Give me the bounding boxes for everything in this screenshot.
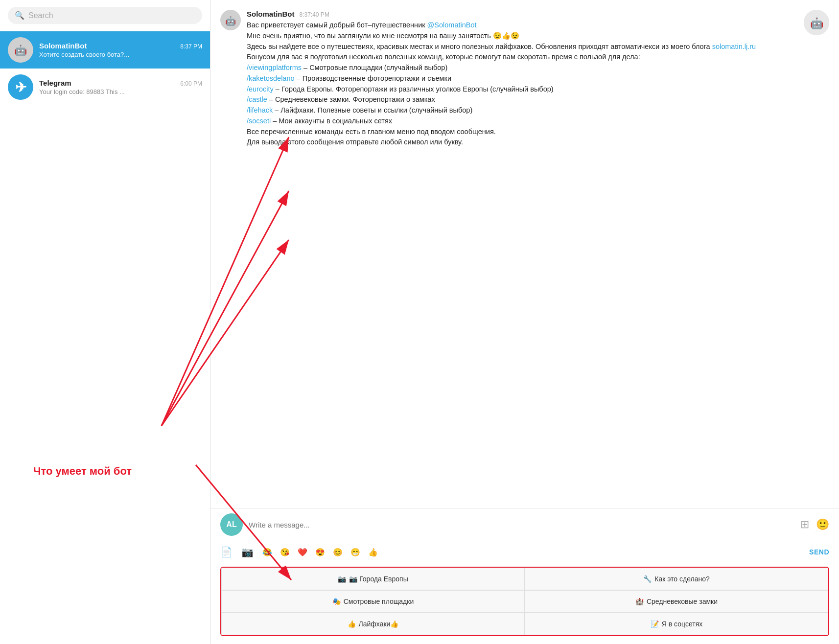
message-time: 8:37:40 PM (300, 11, 329, 18)
chat-time-telegram: 6:00 PM (180, 80, 202, 87)
avatar-solomatinbot: 🤖 (8, 37, 33, 63)
cmd-eurocity: /eurocity (247, 85, 274, 93)
kbd-icon-0: 📷 (338, 575, 346, 583)
user-avatar: AL (220, 513, 243, 536)
keyboard-icon[interactable]: ⊞ (800, 518, 809, 531)
message-row-bot: 🤖 SolomatinBot 8:37:40 PM Вас приветству… (220, 10, 829, 148)
chat-list: 🤖 SolomatinBot 8:37 PM Хотите создать св… (0, 31, 210, 644)
keyboard-btn-3[interactable]: 🏰 Средневековые замки (525, 590, 828, 613)
chat-preview-telegram: Your login code: 89883 This ... (39, 88, 202, 95)
camera-icon[interactable]: 📷 (241, 546, 254, 558)
search-icon: 🔍 (15, 11, 24, 20)
kbd-icon-1: 🔧 (643, 575, 652, 583)
search-bar: 🔍 Search (0, 0, 210, 31)
kbd-label-2: Смотровые площадки (344, 598, 414, 605)
search-input-label: Search (28, 11, 53, 20)
chat-name-solomatinbot: SolomatinBot (39, 42, 87, 50)
svg-text:🤖: 🤖 (14, 44, 27, 57)
send-button[interactable]: SEND (809, 548, 829, 556)
search-input-wrap[interactable]: 🔍 Search (8, 7, 202, 24)
kbd-label-5: Я в соцсетях (662, 620, 702, 628)
kbd-icon-4: 👍 (348, 620, 356, 628)
sidebar: 🔍 Search 🤖 SolomatinBot 8:37 PM Хотите с… (0, 0, 210, 644)
keyboard-btn-5[interactable]: 📝 Я в соцсетях (525, 613, 828, 635)
kbd-icon-3: 🏰 (635, 598, 644, 605)
svg-text:🤖: 🤖 (810, 17, 824, 30)
emoji-list: 😂 😘 ❤️ 😍 😊 😁 👍 (262, 548, 378, 557)
message-sender-name: SolomatinBot (247, 10, 295, 18)
keyboard-btn-0[interactable]: 📷 📷 Города Европы (221, 568, 525, 590)
cmd-viewingplatforms: /viewingplatforms (247, 64, 302, 71)
svg-text:🤖: 🤖 (225, 16, 236, 26)
avatar-telegram: ✈ (8, 74, 33, 100)
emoji-grin[interactable]: 😁 (350, 548, 360, 557)
cmd-lifehack: /lifehack (247, 106, 273, 114)
blog-link[interactable]: solomatin.lj.ru (712, 43, 756, 50)
input-area: AL ⊞ 🙂 (210, 508, 839, 541)
bot-keyboard: 📷 📷 Города Европы 🔧 Как это сделано? 🎭 С… (220, 567, 829, 636)
emoji-heart[interactable]: ❤️ (298, 548, 307, 557)
emoji-smile[interactable]: 😊 (333, 548, 343, 557)
chat-item-telegram[interactable]: ✈ Telegram 6:00 PM Your login code: 8988… (0, 69, 210, 106)
message-text: Вас приветствует самый добрый бот–путеше… (247, 20, 798, 148)
chat-info-telegram: Telegram 6:00 PM Your login code: 89883 … (39, 79, 202, 95)
kbd-label-1: Как это сделано? (654, 575, 709, 583)
emoji-bar: 📄 📷 😂 😘 ❤️ 😍 😊 😁 👍 SEND (210, 541, 839, 563)
emoji-thumbs[interactable]: 👍 (368, 548, 378, 557)
attachment-icon[interactable]: 📄 (220, 546, 233, 558)
emoji-love[interactable]: 😍 (315, 548, 325, 557)
chat-area: 🤖 SolomatinBot 8:37:40 PM Вас приветству… (210, 0, 839, 644)
kbd-label-4: Лайфхаки👍 (359, 620, 399, 628)
cmd-kaketosdelano: /kaketosdelano (247, 74, 295, 82)
message-avatar-bot: 🤖 (220, 10, 241, 30)
input-icons: ⊞ 🙂 (800, 518, 829, 531)
right-bot-avatar: 🤖 (804, 10, 829, 35)
emoji-laugh[interactable]: 😂 (262, 548, 272, 557)
chat-time-solomatinbot: 8:37 PM (180, 43, 202, 50)
chat-info-solomatinbot: SolomatinBot 8:37 PM Хотите создать свое… (39, 42, 202, 58)
chat-item-solomatinbot[interactable]: 🤖 SolomatinBot 8:37 PM Хотите создать св… (0, 31, 210, 69)
chat-preview-solomatinbot: Хотите создать своего бота?... (39, 51, 202, 58)
kbd-icon-5: 📝 (651, 620, 659, 628)
kbd-label-3: Средневековые замки (647, 598, 718, 605)
emoji-kiss[interactable]: 😘 (280, 548, 290, 557)
messages-area: 🤖 SolomatinBot 8:37:40 PM Вас приветству… (210, 0, 839, 508)
emoji-icon[interactable]: 🙂 (816, 518, 829, 531)
cmd-socseti: /socseti (247, 117, 271, 125)
keyboard-btn-2[interactable]: 🎭 Смотровые площадки (221, 590, 525, 613)
kbd-icon-2: 🎭 (332, 598, 341, 605)
kbd-label-0: 📷 Города Европы (349, 575, 408, 583)
keyboard-btn-1[interactable]: 🔧 Как это сделано? (525, 568, 828, 590)
chat-name-telegram: Telegram (39, 79, 71, 87)
message-content-bot: SolomatinBot 8:37:40 PM Вас приветствует… (247, 10, 798, 148)
cmd-castle: /castle (247, 95, 267, 103)
keyboard-btn-4[interactable]: 👍 Лайфхаки👍 (221, 613, 525, 635)
message-input[interactable] (249, 521, 794, 529)
